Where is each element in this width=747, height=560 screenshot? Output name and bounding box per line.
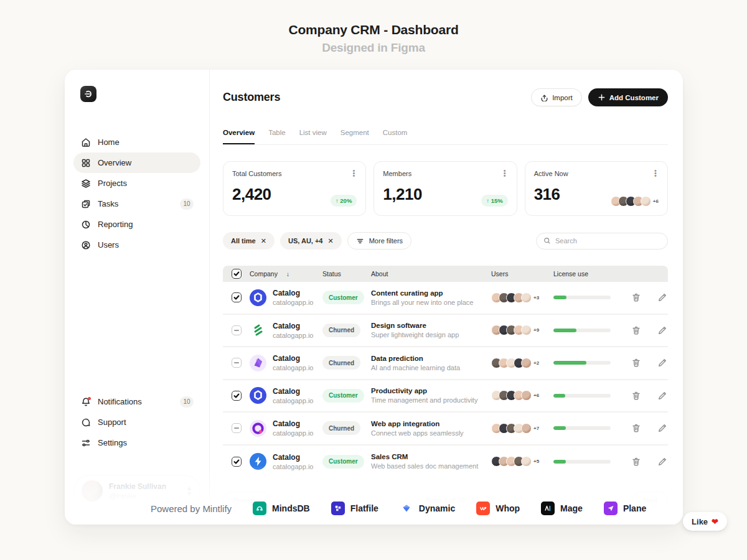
close-icon[interactable]: ✕ (261, 237, 266, 245)
plus-icon (598, 93, 606, 101)
sidebar-item-projects[interactable]: Projects (73, 173, 200, 194)
table-row[interactable]: Catalogcatalogapp.io Customer Sales CRMW… (223, 446, 668, 478)
extra-users-count: +6 (653, 198, 659, 204)
row-checkbox[interactable] (232, 325, 242, 335)
sidebar-item-tasks[interactable]: Tasks 10 (73, 194, 200, 214)
status-badge: Churned (322, 421, 360, 435)
search-input[interactable] (555, 237, 660, 245)
edit-icon[interactable] (657, 292, 667, 302)
notifications-count-badge: 10 (180, 396, 194, 408)
brand-mindsdb[interactable]: MindsDB (253, 502, 310, 515)
delete-icon[interactable] (631, 423, 641, 433)
stat-label: Members (383, 170, 507, 177)
brand-dynamic[interactable]: Dynamic (400, 502, 455, 515)
row-checkbox[interactable] (232, 292, 242, 302)
extra-users-count: +2 (533, 360, 539, 366)
col-company[interactable]: Company↓ (250, 270, 322, 278)
sidebar-item-support[interactable]: Support (73, 412, 200, 432)
select-all-checkbox[interactable] (232, 269, 242, 279)
sidebar-item-overview[interactable]: Overview (73, 152, 200, 173)
mindsdb-logo-icon (253, 502, 266, 515)
delete-icon[interactable] (631, 457, 641, 467)
stat-label: Total Customers (232, 170, 357, 177)
tab-segment[interactable]: Segment (341, 129, 369, 144)
avatar (641, 196, 651, 207)
grid-icon (80, 157, 92, 169)
brand-whop[interactable]: Whop (476, 502, 520, 515)
table-row[interactable]: Catalogcatalogapp.io Churned Web app int… (223, 413, 668, 446)
table-row[interactable]: Catalogcatalogapp.io Churned Design soft… (223, 315, 668, 348)
tab-table[interactable]: Table (268, 129, 286, 144)
sidebar-item-reporting[interactable]: Reporting (73, 214, 200, 235)
pie-chart-icon (80, 219, 92, 230)
kebab-menu-icon[interactable]: ••• (349, 169, 358, 177)
page-title: Company CRM - Dashboard (0, 22, 747, 37)
sidebar-item-notifications[interactable]: Notifications 10 (73, 391, 200, 412)
add-customer-button[interactable]: Add Customer (588, 88, 668, 106)
more-filters-button[interactable]: More filters (347, 232, 411, 250)
table-row[interactable]: Catalogcatalogapp.io Customer Content cu… (223, 282, 668, 315)
about-subtitle: Web based sales doc management (371, 462, 491, 470)
row-checkbox[interactable] (232, 423, 242, 433)
add-customer-label: Add Customer (609, 94, 659, 101)
about-title: Data prediction (371, 355, 491, 362)
search-box[interactable] (536, 233, 668, 250)
tab-overview[interactable]: Overview (223, 129, 255, 144)
chip-label: All time (231, 237, 256, 245)
avatar (82, 480, 103, 502)
like-button[interactable]: Like ❤ (683, 512, 727, 531)
delete-icon[interactable] (631, 292, 641, 302)
tasks-icon (80, 198, 92, 210)
row-checkbox[interactable] (232, 457, 242, 467)
edit-icon[interactable] (657, 457, 667, 467)
col-status[interactable]: Status (322, 270, 371, 278)
sidebar-item-settings[interactable]: Settings (73, 432, 200, 453)
status-badge: Customer (322, 291, 364, 304)
brand-mage[interactable]: Mage (541, 502, 583, 515)
table-row[interactable]: Catalogcatalogapp.io Customer Productivi… (223, 380, 668, 413)
sidebar-item-label: Overview (98, 158, 131, 167)
search-icon (543, 237, 551, 245)
extra-users-count: +9 (533, 327, 539, 333)
kebab-menu-icon[interactable]: ••• (651, 169, 660, 177)
close-icon[interactable]: ✕ (327, 237, 333, 245)
company-logo-ring (250, 420, 266, 437)
license-progress (553, 296, 611, 299)
about-subtitle: Brings all your new into one place (371, 299, 491, 306)
brand-plane[interactable]: Plane (604, 502, 646, 515)
row-checkbox[interactable] (232, 391, 242, 401)
about-title: Sales CRM (371, 453, 491, 460)
brand-flatfile[interactable]: Flatfile (331, 502, 378, 515)
tab-list-view[interactable]: List view (299, 129, 327, 144)
sidebar-item-home[interactable]: Home (73, 132, 200, 152)
company-domain: catalogapp.io (273, 299, 313, 306)
users-avatars: +2 (491, 358, 553, 368)
edit-icon[interactable] (657, 423, 667, 433)
sidebar-item-label: Support (98, 418, 126, 427)
sort-desc-icon: ↓ (286, 271, 289, 278)
row-checkbox[interactable] (232, 358, 242, 368)
sidebar-item-users[interactable]: Users (73, 235, 200, 255)
about-title: Web app integration (371, 420, 491, 427)
edit-icon[interactable] (657, 391, 667, 401)
kebab-menu-icon[interactable]: ••• (500, 169, 509, 177)
company-name: Catalog (273, 387, 313, 396)
more-filters-label: More filters (369, 237, 403, 245)
table-row[interactable]: Catalogcatalogapp.io Churned Data predic… (223, 347, 668, 380)
delete-icon[interactable] (631, 325, 641, 335)
filter-bar: All time ✕ US, AU, +4 ✕ More filters (223, 232, 668, 250)
about-subtitle: Connect web apps seamlessly (371, 429, 491, 437)
filter-chip-all-time[interactable]: All time ✕ (223, 232, 275, 250)
col-about[interactable]: About (371, 270, 491, 278)
edit-icon[interactable] (657, 358, 667, 368)
edit-icon[interactable] (657, 325, 667, 335)
tab-custom[interactable]: Custom (383, 129, 408, 144)
import-button[interactable]: Import (531, 88, 582, 106)
col-users[interactable]: Users (491, 270, 553, 278)
delete-icon[interactable] (631, 391, 641, 401)
delete-icon[interactable] (631, 358, 641, 368)
col-license[interactable]: License use (553, 270, 623, 278)
app-logo[interactable] (80, 86, 96, 102)
filter-chip-regions[interactable]: US, AU, +4 ✕ (280, 232, 342, 250)
mage-logo-icon (541, 502, 555, 515)
